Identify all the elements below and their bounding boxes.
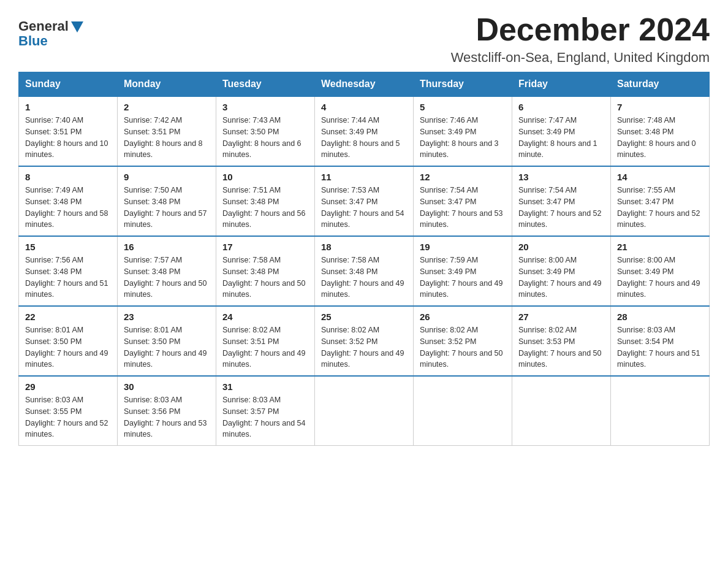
- day-number: 8: [25, 172, 111, 182]
- calendar-header: SundayMondayTuesdayWednesdayThursdayFrid…: [19, 72, 710, 97]
- day-number: 23: [124, 312, 210, 322]
- day-info: Sunrise: 8:02 AMSunset: 3:52 PMDaylight:…: [420, 324, 506, 370]
- calendar-cell: 7Sunrise: 7:48 AMSunset: 3:48 PMDaylight…: [611, 96, 710, 166]
- day-info: Sunrise: 7:42 AMSunset: 3:51 PMDaylight:…: [124, 115, 210, 161]
- calendar-cell: 5Sunrise: 7:46 AMSunset: 3:49 PMDaylight…: [414, 96, 512, 166]
- calendar-cell: 6Sunrise: 7:47 AMSunset: 3:49 PMDaylight…: [512, 96, 611, 166]
- day-number: 26: [420, 312, 506, 322]
- day-number: 14: [617, 172, 703, 182]
- day-number: 28: [617, 312, 703, 322]
- calendar-cell: 9Sunrise: 7:50 AMSunset: 3:48 PMDaylight…: [118, 166, 216, 236]
- calendar-cell: 27Sunrise: 8:02 AMSunset: 3:53 PMDayligh…: [512, 306, 611, 376]
- day-number: 4: [321, 102, 407, 112]
- day-header-wednesday: Wednesday: [315, 72, 414, 97]
- day-info: Sunrise: 7:56 AMSunset: 3:48 PMDaylight:…: [25, 255, 111, 301]
- calendar-cell: 29Sunrise: 8:03 AMSunset: 3:55 PMDayligh…: [19, 376, 118, 446]
- day-info: Sunrise: 8:03 AMSunset: 3:55 PMDaylight:…: [25, 394, 111, 440]
- calendar-cell: 11Sunrise: 7:53 AMSunset: 3:47 PMDayligh…: [315, 166, 414, 236]
- day-number: 13: [518, 172, 604, 182]
- calendar-cell: [512, 376, 611, 446]
- logo: General Blue: [18, 12, 83, 49]
- day-info: Sunrise: 8:00 AMSunset: 3:49 PMDaylight:…: [617, 255, 703, 301]
- day-info: Sunrise: 8:02 AMSunset: 3:52 PMDaylight:…: [321, 324, 407, 370]
- logo-general-label: General: [18, 18, 69, 34]
- day-info: Sunrise: 7:46 AMSunset: 3:49 PMDaylight:…: [420, 115, 506, 161]
- day-number: 27: [518, 312, 604, 322]
- calendar-week-4: 22Sunrise: 8:01 AMSunset: 3:50 PMDayligh…: [19, 306, 710, 376]
- day-info: Sunrise: 8:03 AMSunset: 3:54 PMDaylight:…: [617, 324, 703, 370]
- day-header-monday: Monday: [118, 72, 216, 97]
- calendar-body: 1Sunrise: 7:40 AMSunset: 3:51 PMDaylight…: [19, 96, 710, 446]
- calendar-cell: 13Sunrise: 7:54 AMSunset: 3:47 PMDayligh…: [512, 166, 611, 236]
- day-info: Sunrise: 7:43 AMSunset: 3:50 PMDaylight:…: [222, 115, 308, 161]
- calendar-cell: 12Sunrise: 7:54 AMSunset: 3:47 PMDayligh…: [414, 166, 512, 236]
- days-of-week-row: SundayMondayTuesdayWednesdayThursdayFrid…: [19, 72, 710, 97]
- day-number: 20: [518, 242, 604, 252]
- calendar-week-3: 15Sunrise: 7:56 AMSunset: 3:48 PMDayligh…: [19, 236, 710, 306]
- day-number: 3: [222, 102, 308, 112]
- location-subtitle: Westcliff-on-Sea, England, United Kingdo…: [451, 50, 710, 66]
- day-number: 16: [124, 242, 210, 252]
- day-info: Sunrise: 7:50 AMSunset: 3:48 PMDaylight:…: [124, 185, 210, 231]
- calendar-cell: 28Sunrise: 8:03 AMSunset: 3:54 PMDayligh…: [611, 306, 710, 376]
- calendar-cell: 24Sunrise: 8:02 AMSunset: 3:51 PMDayligh…: [216, 306, 315, 376]
- day-info: Sunrise: 8:02 AMSunset: 3:53 PMDaylight:…: [518, 324, 604, 370]
- calendar-cell: 18Sunrise: 7:58 AMSunset: 3:48 PMDayligh…: [315, 236, 414, 306]
- calendar-cell: 20Sunrise: 8:00 AMSunset: 3:49 PMDayligh…: [512, 236, 611, 306]
- day-info: Sunrise: 7:57 AMSunset: 3:48 PMDaylight:…: [124, 255, 210, 301]
- calendar-cell: 19Sunrise: 7:59 AMSunset: 3:49 PMDayligh…: [414, 236, 512, 306]
- calendar-cell: [611, 376, 710, 446]
- calendar-cell: 30Sunrise: 8:03 AMSunset: 3:56 PMDayligh…: [118, 376, 216, 446]
- calendar-cell: 31Sunrise: 8:03 AMSunset: 3:57 PMDayligh…: [216, 376, 315, 446]
- day-number: 17: [222, 242, 308, 252]
- calendar-cell: 2Sunrise: 7:42 AMSunset: 3:51 PMDaylight…: [118, 96, 216, 166]
- day-info: Sunrise: 8:02 AMSunset: 3:51 PMDaylight:…: [222, 324, 308, 370]
- day-info: Sunrise: 8:03 AMSunset: 3:56 PMDaylight:…: [124, 394, 210, 440]
- calendar-cell: [414, 376, 512, 446]
- day-number: 10: [222, 172, 308, 182]
- day-info: Sunrise: 7:48 AMSunset: 3:48 PMDaylight:…: [617, 115, 703, 161]
- day-info: Sunrise: 7:55 AMSunset: 3:47 PMDaylight:…: [617, 185, 703, 231]
- calendar-cell: 3Sunrise: 7:43 AMSunset: 3:50 PMDaylight…: [216, 96, 315, 166]
- day-info: Sunrise: 7:53 AMSunset: 3:47 PMDaylight:…: [321, 185, 407, 231]
- day-number: 31: [222, 381, 308, 392]
- day-info: Sunrise: 7:49 AMSunset: 3:48 PMDaylight:…: [25, 185, 111, 231]
- day-info: Sunrise: 8:00 AMSunset: 3:49 PMDaylight:…: [518, 255, 604, 301]
- day-number: 24: [222, 312, 308, 322]
- day-number: 29: [25, 381, 111, 392]
- day-number: 1: [25, 102, 111, 112]
- day-number: 12: [420, 172, 506, 182]
- day-number: 7: [617, 102, 703, 112]
- day-header-saturday: Saturday: [611, 72, 710, 97]
- day-header-thursday: Thursday: [414, 72, 512, 97]
- logo-general-text: General: [18, 18, 83, 34]
- day-number: 25: [321, 312, 407, 322]
- day-info: Sunrise: 8:01 AMSunset: 3:50 PMDaylight:…: [25, 324, 111, 370]
- day-info: Sunrise: 7:58 AMSunset: 3:48 PMDaylight:…: [222, 255, 308, 301]
- calendar-week-2: 8Sunrise: 7:49 AMSunset: 3:48 PMDaylight…: [19, 166, 710, 236]
- day-info: Sunrise: 7:54 AMSunset: 3:47 PMDaylight:…: [420, 185, 506, 231]
- calendar-cell: 26Sunrise: 8:02 AMSunset: 3:52 PMDayligh…: [414, 306, 512, 376]
- calendar-table: SundayMondayTuesdayWednesdayThursdayFrid…: [18, 72, 710, 446]
- day-info: Sunrise: 7:40 AMSunset: 3:51 PMDaylight:…: [25, 115, 111, 161]
- calendar-cell: 23Sunrise: 8:01 AMSunset: 3:50 PMDayligh…: [118, 306, 216, 376]
- calendar-week-1: 1Sunrise: 7:40 AMSunset: 3:51 PMDaylight…: [19, 96, 710, 166]
- logo-triangle-icon: [71, 21, 83, 33]
- day-number: 22: [25, 312, 111, 322]
- calendar-cell: 1Sunrise: 7:40 AMSunset: 3:51 PMDaylight…: [19, 96, 118, 166]
- day-info: Sunrise: 7:54 AMSunset: 3:47 PMDaylight:…: [518, 185, 604, 231]
- day-info: Sunrise: 7:51 AMSunset: 3:48 PMDaylight:…: [222, 185, 308, 231]
- day-header-sunday: Sunday: [19, 72, 118, 97]
- calendar-cell: [315, 376, 414, 446]
- day-number: 6: [518, 102, 604, 112]
- day-number: 9: [124, 172, 210, 182]
- day-header-tuesday: Tuesday: [216, 72, 315, 97]
- calendar-cell: 16Sunrise: 7:57 AMSunset: 3:48 PMDayligh…: [118, 236, 216, 306]
- calendar-cell: 17Sunrise: 7:58 AMSunset: 3:48 PMDayligh…: [216, 236, 315, 306]
- title-section: December 2024 Westcliff-on-Sea, England,…: [451, 12, 710, 66]
- day-info: Sunrise: 8:03 AMSunset: 3:57 PMDaylight:…: [222, 394, 308, 440]
- day-number: 18: [321, 242, 407, 252]
- day-info: Sunrise: 7:44 AMSunset: 3:49 PMDaylight:…: [321, 115, 407, 161]
- day-info: Sunrise: 7:59 AMSunset: 3:49 PMDaylight:…: [420, 255, 506, 301]
- day-number: 2: [124, 102, 210, 112]
